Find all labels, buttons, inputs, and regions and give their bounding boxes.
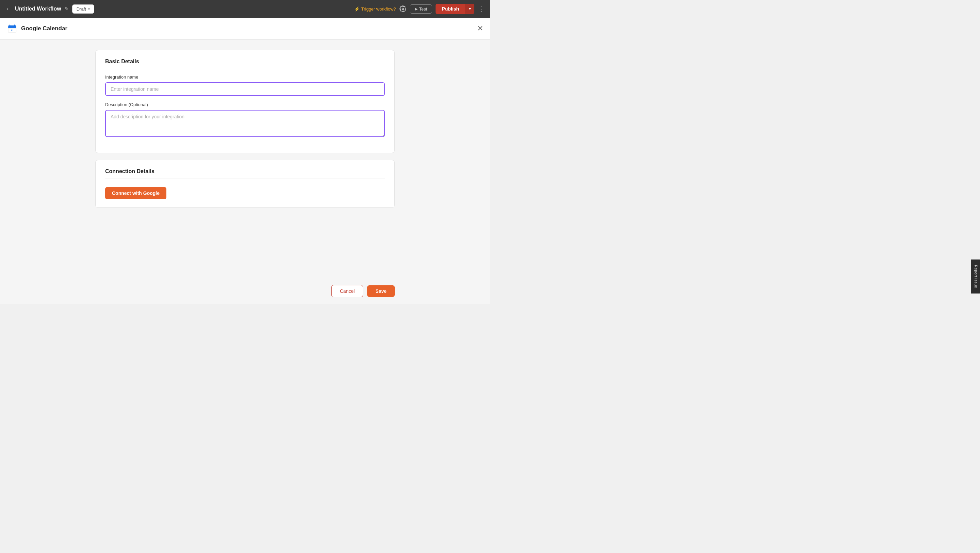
description-group: Description (Optional): [105, 102, 385, 138]
description-label: Description (Optional): [105, 102, 385, 107]
main-content: 31 Google Calendar ✕ Basic Details Integ…: [0, 17, 490, 304]
close-panel-button[interactable]: ✕: [477, 25, 483, 32]
svg-rect-4: [8, 27, 16, 28]
description-textarea[interactable]: [105, 110, 385, 137]
workflow-title: Untitled Workflow: [15, 6, 61, 12]
google-calendar-icon-wrapper: 31: [7, 23, 18, 34]
svg-rect-7: [10, 24, 10, 26]
settings-button[interactable]: [399, 5, 406, 12]
form-container: Basic Details Integration name Descripti…: [0, 40, 490, 278]
connect-google-button[interactable]: Connect with Google: [105, 187, 166, 199]
basic-details-section: Basic Details Integration name Descripti…: [95, 50, 395, 153]
chevron-down-icon: ▾: [88, 7, 90, 11]
edit-icon[interactable]: ✎: [65, 6, 69, 11]
connection-details-section: Connection Details Connect with Google: [95, 160, 395, 208]
topbar: ← Untitled Workflow ✎ Draft ▾ ⚡ Trigger …: [0, 0, 490, 17]
back-button[interactable]: ←: [5, 5, 11, 13]
integration-name-group: Integration name: [105, 75, 385, 96]
svg-text:31: 31: [11, 29, 14, 32]
trigger-workflow-link[interactable]: ⚡ Trigger workflow?: [354, 6, 396, 11]
save-button[interactable]: Save: [367, 285, 395, 297]
more-options-button[interactable]: ⋮: [478, 5, 485, 13]
publish-button[interactable]: Publish: [436, 4, 465, 14]
integration-name-label: Integration name: [105, 75, 385, 79]
connection-details-title: Connection Details: [105, 168, 385, 179]
bottom-action-bar: Cancel Save: [0, 278, 490, 304]
publish-button-group: Publish ▾: [436, 4, 474, 14]
panel-header: 31 Google Calendar ✕: [0, 17, 490, 40]
svg-rect-8: [14, 24, 15, 26]
publish-dropdown-button[interactable]: ▾: [465, 4, 474, 14]
topbar-right: ⚡ Trigger workflow? ▶ Test Publish ▾ ⋮: [354, 4, 485, 14]
test-button[interactable]: ▶ Test: [410, 5, 433, 14]
gear-icon: [399, 5, 406, 12]
integration-name-input[interactable]: [105, 82, 385, 96]
google-calendar-icon: 31: [8, 24, 17, 33]
cancel-button[interactable]: Cancel: [331, 285, 363, 297]
draft-button[interactable]: Draft ▾: [72, 5, 94, 14]
topbar-left: ← Untitled Workflow ✎ Draft ▾: [5, 5, 94, 14]
basic-details-title: Basic Details: [105, 59, 385, 69]
play-icon: ▶: [415, 7, 417, 11]
svg-point-0: [402, 8, 404, 10]
bolt-icon: ⚡: [354, 6, 360, 11]
panel-title: Google Calendar: [21, 25, 67, 32]
panel-header-left: 31 Google Calendar: [7, 23, 67, 34]
